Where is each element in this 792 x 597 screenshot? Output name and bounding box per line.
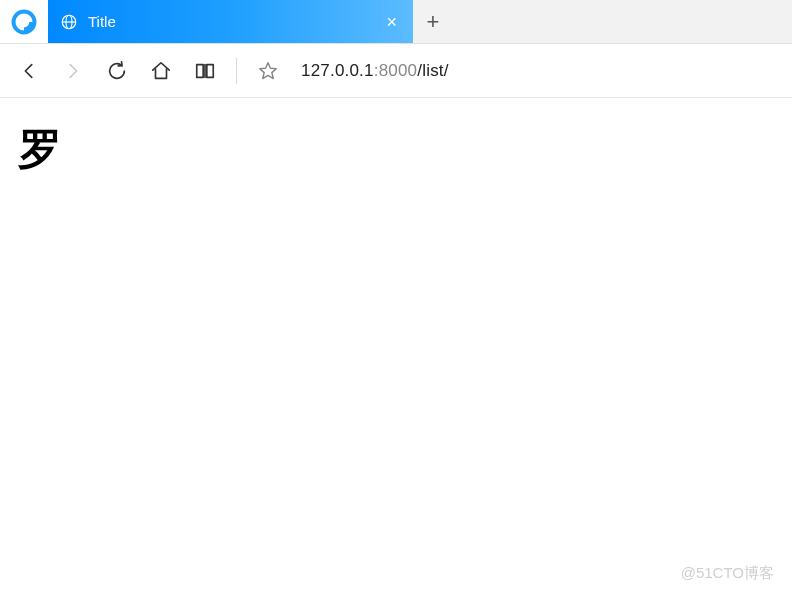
back-button[interactable] <box>18 60 40 82</box>
address-bar[interactable]: 127.0.0.1:8000/list/ <box>301 61 774 81</box>
new-tab-button[interactable]: + <box>413 0 453 43</box>
reload-button[interactable] <box>106 60 128 82</box>
globe-icon <box>60 13 78 31</box>
tab-close-button[interactable]: × <box>382 11 401 33</box>
bookmark-button[interactable] <box>257 60 279 82</box>
tab-title: Title <box>88 13 372 30</box>
active-tab[interactable]: Title × <box>48 0 413 43</box>
svg-marker-5 <box>260 62 277 78</box>
toolbar: 127.0.0.1:8000/list/ <box>0 44 792 98</box>
forward-button[interactable] <box>62 60 84 82</box>
toolbar-separator <box>236 58 237 84</box>
address-port: :8000 <box>374 61 418 80</box>
address-path: /list/ <box>417 61 448 80</box>
address-host: 127.0.0.1 <box>301 61 374 80</box>
reader-button[interactable] <box>194 60 216 82</box>
tab-strip: Title × + <box>0 0 792 44</box>
page-heading: 罗 <box>18 120 774 179</box>
watermark: @51CTO博客 <box>681 564 774 583</box>
page-content: 罗 <box>0 98 792 201</box>
home-button[interactable] <box>150 60 172 82</box>
browser-logo <box>0 0 48 43</box>
